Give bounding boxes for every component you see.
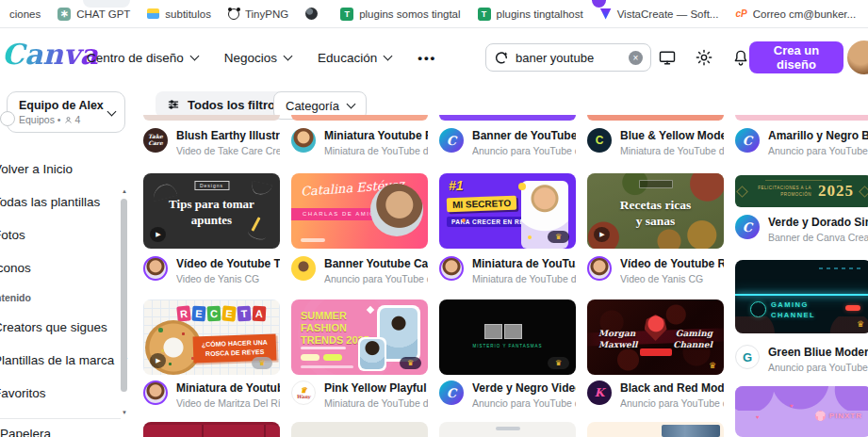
template-thumb-mi-secreto[interactable]: #1 MI SECRETO PARA CRECER EN REDES ♛ [439, 173, 576, 249]
nav-educacion[interactable]: Educación [318, 51, 391, 65]
bell-icon[interactable] [731, 48, 750, 67]
browser-extension-icon[interactable] [592, 0, 606, 8]
template-title[interactable]: Miniatura de YouTu... [472, 257, 576, 270]
search-input[interactable]: baner youtube [516, 51, 622, 65]
template-title[interactable]: Blue & Yellow Mode... [620, 129, 724, 142]
sidebar-item-favoritos[interactable]: Favoritos [0, 377, 127, 410]
template-thumb-chalkboard[interactable]: Designs Tips para tomarapuntes ▶ [143, 173, 280, 249]
sidebar-item-creators[interactable]: Creators que sigues [0, 311, 127, 344]
template-title[interactable]: Blush Earthy Illustra... [176, 129, 280, 142]
template-thumb-rosca[interactable]: RECETA ¿CÓMO HACER UNAROSCA DE REYES ▶ ♛ [143, 299, 280, 375]
template-card-caption[interactable]: C Amarillo y Negro Ba Anuncio para YouTu… [735, 128, 868, 158]
template-thumb-cropped[interactable] [587, 115, 724, 121]
template-title[interactable]: Verde y Negro Video... [472, 381, 576, 395]
template-thumb-cropped[interactable] [439, 422, 576, 437]
scrollbar-thumb[interactable] [121, 199, 127, 392]
template-title[interactable]: Pink Yellow Playful ... [324, 381, 428, 395]
template-card-caption[interactable]: Miniatura de Youtub... Video de Maritza … [143, 380, 280, 411]
bookmark-item-correo[interactable]: cP Correo cm@bunker... [735, 8, 856, 21]
creator-avatar[interactable]: C [735, 128, 760, 153]
template-card-caption[interactable]: C Verde y Dorado Sim Banner de Canva Cre… [735, 215, 868, 245]
template-thumb-cropped[interactable] [587, 422, 724, 437]
template-card-caption[interactable]: Banner Youtube Ca... Anuncio para YouTub… [291, 256, 428, 286]
template-thumb-cropped[interactable] [143, 115, 280, 121]
creator-avatar[interactable]: K [587, 380, 612, 405]
template-thumb-gaming-morgan[interactable]: MorganMaxwell GamingChannel ♛ [587, 299, 724, 375]
bookmark-item-tinypng[interactable]: TinyPNG [228, 8, 288, 20]
clear-search-button[interactable]: × [629, 51, 643, 65]
bookmark-item-plugins-host[interactable]: T plugins tingtalhost [478, 8, 583, 21]
creator-avatar[interactable]: ♛ Wany [291, 380, 316, 405]
template-card-caption[interactable]: Vídeo de Youtube R... Video de Yanis CG [587, 256, 724, 286]
sidebar-scrollbar[interactable]: ▲ ▼ [120, 186, 129, 417]
template-thumb-recetas[interactable]: Recetas ricasy sanas ▶ [587, 173, 724, 249]
create-design-button[interactable]: Crea un diseño [749, 41, 843, 73]
bookmark-item-subtitulos[interactable]: subtitulos [147, 8, 211, 20]
sidebar-item-fotos[interactable]: Fotos [0, 218, 127, 251]
creator-avatar[interactable] [291, 128, 316, 153]
scroll-up-arrow[interactable]: ▲ [120, 186, 129, 196]
template-card-caption[interactable]: Vídeo de Youtube Ti... Video de Yanis CG [143, 256, 280, 286]
sidebar-item-plantillas-marca[interactable]: Plantillas de la marca ♛ [0, 344, 127, 377]
template-thumb-cropped[interactable] [291, 115, 428, 121]
template-title[interactable]: Banner de YouTube ... [472, 129, 576, 142]
template-title[interactable]: Banner Youtube Ca... [324, 257, 428, 270]
scroll-down-arrow[interactable]: ▼ [120, 408, 129, 417]
template-title[interactable]: Black and Red Mode... [620, 381, 724, 395]
nav-more-button[interactable]: ••• [418, 51, 436, 65]
template-title[interactable]: Vídeo de Youtube R... [620, 257, 724, 270]
template-thumb-cropped[interactable] [143, 422, 280, 437]
template-thumb-cropped[interactable] [439, 115, 576, 121]
nav-negocios[interactable]: Negocios [224, 51, 291, 65]
template-card-caption[interactable]: C Blue & Yellow Mode... Miniatura de You… [587, 128, 724, 158]
template-card-caption[interactable]: G Green Bliue Modern Anuncio para YouTub… [735, 345, 868, 375]
canva-logo[interactable]: Canva [2, 38, 98, 71]
user-avatar[interactable] [847, 40, 868, 74]
template-card-caption[interactable]: K Black and Red Mode... Anuncio para You… [587, 380, 724, 411]
template-card-caption[interactable]: Miniatura de YouTu... Miniatura de YouTu… [439, 256, 576, 286]
template-title[interactable]: Amarillo y Negro Ba [768, 129, 868, 142]
sidebar-item-todas-las-plantillas[interactable]: Todas las plantillas [0, 186, 127, 218]
gear-icon[interactable] [695, 48, 713, 67]
template-thumb-summer-fashion[interactable]: SUMMERFASHIONTRENDS 2025 ♛ [291, 299, 428, 375]
desktop-icon[interactable] [658, 48, 677, 67]
creator-avatar[interactable] [439, 256, 464, 281]
template-title[interactable]: Green Bliue Modern [768, 346, 868, 359]
sidebar-item-iconos[interactable]: Íconos [0, 251, 127, 284]
creator-avatar[interactable] [143, 256, 168, 281]
template-title[interactable]: Miniatura Youtube R... [324, 129, 428, 142]
creator-avatar[interactable]: C [439, 380, 464, 405]
template-title[interactable]: Miniatura de Youtub... [176, 381, 280, 395]
search-box[interactable]: baner youtube × [485, 43, 651, 72]
team-selector[interactable]: Equipo de Alexand... Equipos • 4 [7, 91, 125, 133]
bookmark-item-chatgpt[interactable]: ∗ CHAT GPT [57, 8, 130, 21]
template-thumb-gaming-neon[interactable]: GAMINGCHANNEL ♛ [735, 260, 868, 333]
sidebar-item-volver-a-inicio[interactable]: Volver a Inicio [0, 153, 127, 186]
template-thumb-pinxtr[interactable]: PINXTR ♥ ♥ [735, 386, 868, 437]
bookmark-item-plugins-somos[interactable]: T plugins somos tingtal [340, 8, 460, 21]
template-thumb-cropped[interactable] [291, 422, 428, 437]
nav-centro-de-diseno[interactable]: Centro de diseño [87, 51, 198, 65]
template-card-caption[interactable]: Take Care Blush Earthy Illustra... Video… [143, 128, 280, 158]
template-card-caption[interactable]: C Verde y Negro Video... Anuncio para Yo… [439, 380, 576, 411]
creator-avatar[interactable] [587, 256, 612, 281]
bookmark-item-partial[interactable]: ciones [9, 8, 41, 20]
creator-avatar[interactable]: G [735, 345, 760, 369]
template-thumb-cropped[interactable] [735, 115, 868, 121]
sidebar-item-papelera[interactable]: Papelera [0, 418, 121, 437]
template-title[interactable]: Vídeo de Youtube Ti... [176, 257, 280, 270]
creator-avatar[interactable] [291, 256, 316, 281]
template-card-caption[interactable]: ♛ Wany Pink Yellow Playful ... Miniatura… [291, 380, 428, 411]
creator-avatar[interactable] [143, 380, 168, 405]
template-title[interactable]: Verde y Dorado Sim [768, 216, 868, 229]
template-thumb-promo-2025[interactable]: FELICITACIONES A LA PROMOCIÓN 2025 [735, 175, 868, 207]
template-card-caption[interactable]: C Banner de YouTube ... Anuncio para You… [439, 128, 576, 158]
creator-avatar[interactable]: C [587, 128, 612, 153]
template-thumb-misterio[interactable]: MISTERIO Y FANTASMAS ♛ [439, 299, 576, 375]
bookmark-item-globe[interactable] [305, 8, 323, 20]
creator-avatar[interactable]: C [439, 128, 464, 153]
bookmark-item-vistacreate[interactable]: VistaCreate — Soft... [600, 8, 719, 20]
template-card-caption[interactable]: Miniatura Youtube R... Miniatura de YouT… [291, 128, 428, 158]
creator-avatar[interactable]: C [735, 215, 760, 239]
template-thumb-catalina[interactable]: Catalina Estévez CHARLAS DE AMIGAS [291, 173, 428, 249]
